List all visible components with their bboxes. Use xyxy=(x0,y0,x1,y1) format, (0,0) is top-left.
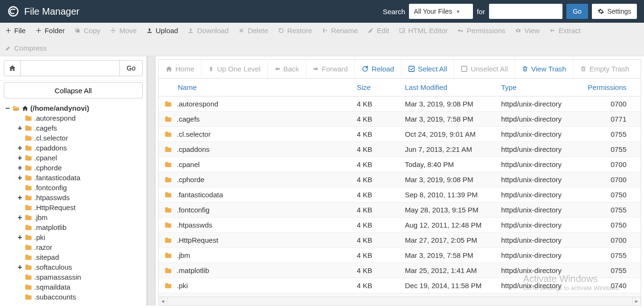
restore-button[interactable]: Restore xyxy=(278,26,312,35)
upload-button[interactable]: Upload xyxy=(146,26,178,35)
nav-home[interactable]: Home xyxy=(159,60,201,78)
expand-icon[interactable]: + xyxy=(17,124,23,132)
view-button[interactable]: View xyxy=(515,26,539,35)
nav-forward[interactable]: Forward xyxy=(306,60,355,78)
edit-button[interactable]: Edit xyxy=(367,26,389,35)
tree-item[interactable]: +.pki xyxy=(17,232,146,242)
nav-up[interactable]: Up One Level xyxy=(201,60,268,78)
file-type: httpd/unix-directory xyxy=(496,142,582,157)
table-row[interactable]: .fantasticodata4 KBSep 8, 2010, 11:39 PM… xyxy=(159,187,641,202)
table-row[interactable]: .razor4 KBOct 15, 2019, 3:37 AMhttpd/uni… xyxy=(159,293,641,298)
table-row[interactable]: .cphorde4 KBMar 3, 2019, 9:08 PMhttpd/un… xyxy=(159,172,641,187)
col-header-permissions[interactable]: Permissions xyxy=(582,79,641,97)
path-input[interactable] xyxy=(21,60,120,76)
table-row[interactable]: .cagefs4 KBMar 3, 2019, 7:58 PMhttpd/uni… xyxy=(159,112,641,127)
expand-icon[interactable]: + xyxy=(17,214,23,221)
home-icon xyxy=(9,64,16,72)
folder-button[interactable]: Folder xyxy=(35,26,65,35)
file-button[interactable]: File xyxy=(5,26,26,35)
nav-select-all[interactable]: Select All xyxy=(401,60,454,78)
tree-item[interactable]: .sitepad xyxy=(17,252,146,262)
nav-reload[interactable]: Reload xyxy=(355,60,401,78)
tree-item[interactable]: .fontconfig xyxy=(17,183,146,193)
table-row[interactable]: .fontconfig4 KBMay 28, 2013, 9:15 PMhttp… xyxy=(159,202,641,218)
nav-unselect-all[interactable]: Unselect All xyxy=(454,60,515,78)
nav-empty-trash[interactable]: Empty Trash xyxy=(573,60,636,78)
download-button[interactable]: Download xyxy=(188,26,229,35)
rename-button[interactable]: Rename xyxy=(322,26,358,35)
file-name: .cpanel xyxy=(177,160,200,168)
tree-item[interactable]: .razor xyxy=(17,242,146,252)
home-path-button[interactable] xyxy=(4,60,21,76)
folder-icon xyxy=(25,115,32,121)
folder-icon xyxy=(164,101,172,107)
move-button[interactable]: Move xyxy=(110,26,137,35)
nav-view-trash[interactable]: View Trash xyxy=(515,60,573,78)
expand-icon[interactable]: + xyxy=(17,164,23,172)
search-scope-select[interactable]: All Your Files ▾ xyxy=(409,4,473,19)
table-row[interactable]: .cpaddons4 KBJun 7, 2013, 2:21 AMhttpd/u… xyxy=(159,142,641,157)
tree-item[interactable]: .HttpRequest xyxy=(17,202,146,212)
reload-icon xyxy=(362,65,369,72)
html-editor-button[interactable]: HTML Editor xyxy=(399,26,448,35)
nav-back[interactable]: Back xyxy=(268,60,306,78)
tree-item[interactable]: .subaccounts xyxy=(17,292,146,302)
table-row[interactable]: .HttpRequest4 KBMar 27, 2017, 2:05 PMhtt… xyxy=(159,233,641,248)
folder-icon xyxy=(25,224,32,230)
tree-root[interactable]: − (/home/andynovi) xyxy=(5,103,146,113)
delete-button[interactable]: Delete xyxy=(238,26,268,35)
plus-icon xyxy=(35,27,42,34)
search-go-button[interactable]: Go xyxy=(566,4,589,19)
tree-item[interactable]: .spamassassin xyxy=(17,272,146,282)
file-type: httpd/unix-directory xyxy=(496,172,582,187)
tree-item[interactable]: .matplotlib xyxy=(17,222,146,232)
tree-item[interactable]: .sqmaildata xyxy=(17,282,146,292)
expand-icon[interactable]: + xyxy=(17,234,23,241)
tree-item[interactable]: .cl.selector xyxy=(17,133,146,143)
settings-button[interactable]: Settings xyxy=(592,4,637,19)
file-modified: Mar 3, 2019, 7:58 PM xyxy=(399,248,496,263)
extract-button[interactable]: Extract xyxy=(549,26,581,35)
tree-item[interactable]: +.cpanel xyxy=(17,153,146,163)
table-row[interactable]: .autorespond4 KBMar 3, 2019, 9:08 PMhttp… xyxy=(159,97,641,112)
expand-icon[interactable]: + xyxy=(17,194,23,202)
table-row[interactable]: .jbm4 KBMar 3, 2019, 7:58 PMhttpd/unix-d… xyxy=(159,248,641,263)
copy-button[interactable]: Copy xyxy=(74,26,100,35)
expand-icon[interactable]: + xyxy=(17,144,23,152)
tree-item[interactable]: +.jbm xyxy=(17,212,146,222)
tree-item[interactable]: +.cpaddons xyxy=(17,143,146,153)
collapse-icon[interactable]: − xyxy=(5,105,10,112)
col-header-size[interactable]: Size xyxy=(351,79,399,97)
col-header-name[interactable]: Name xyxy=(159,79,351,97)
folder-icon xyxy=(164,207,172,213)
col-header-modified[interactable]: Last Modified xyxy=(399,79,496,97)
panel-splitter[interactable] xyxy=(147,56,155,306)
table-row[interactable]: .htpasswds4 KBAug 12, 2011, 12:48 PMhttp… xyxy=(159,218,641,233)
tree-item-label: .sitepad xyxy=(34,253,59,261)
path-go-button[interactable]: Go xyxy=(120,60,143,76)
table-row[interactable]: .cl.selector4 KBOct 24, 2019, 9:01 AMhtt… xyxy=(159,127,641,142)
expand-icon[interactable]: + xyxy=(17,264,23,271)
permissions-button[interactable]: Permissions xyxy=(457,26,506,35)
compress-button[interactable]: Compress xyxy=(5,44,639,52)
tree-item[interactable]: +.fantasticodata xyxy=(17,173,146,183)
scroll-left-icon[interactable]: ◄ xyxy=(159,297,167,305)
table-row[interactable]: .pki4 KBDec 19, 2014, 11:58 PMhttpd/unix… xyxy=(159,278,641,293)
search-scope-value: All Your Files xyxy=(414,8,452,15)
chevron-down-icon: ▾ xyxy=(457,9,460,15)
table-row[interactable]: .cpanel4 KBToday, 8:40 PMhttpd/unix-dire… xyxy=(159,157,641,172)
tree-item[interactable]: +.htpasswds xyxy=(17,193,146,202)
expand-icon[interactable]: + xyxy=(17,174,23,182)
tree-item[interactable]: +.softaculous xyxy=(17,262,146,272)
tree-item[interactable]: +.cphorde xyxy=(17,163,146,173)
horizontal-scrollbar[interactable]: ◄ ► xyxy=(158,297,641,306)
file-size: 4 KB xyxy=(351,202,399,218)
search-input[interactable] xyxy=(489,4,562,19)
table-row[interactable]: .matplotlib4 KBMar 25, 2012, 1:41 AMhttp… xyxy=(159,263,641,278)
col-header-type[interactable]: Type xyxy=(496,79,582,97)
collapse-all-button[interactable]: Collapse All xyxy=(4,82,143,98)
tree-item[interactable]: +.cagefs xyxy=(17,123,146,133)
tree-item[interactable]: .autorespond xyxy=(17,113,146,123)
expand-icon[interactable]: + xyxy=(17,154,23,162)
scroll-right-icon[interactable]: ► xyxy=(632,297,641,305)
